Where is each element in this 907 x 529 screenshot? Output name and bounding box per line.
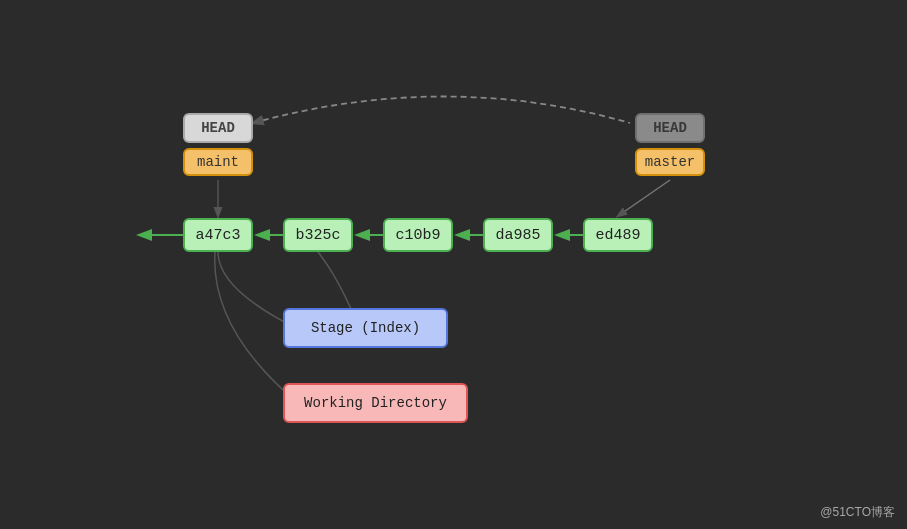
commit-da985: da985 (483, 218, 553, 252)
diagram-container: a47c3 b325c c10b9 da985 ed489 HEAD maint… (0, 0, 907, 529)
commit-ed489: ed489 (583, 218, 653, 252)
commit-a47c3: a47c3 (183, 218, 253, 252)
head-master: HEAD (635, 113, 705, 143)
svg-line-8 (618, 180, 670, 216)
diagram-arrows (0, 0, 907, 529)
stage-index: Stage (Index) (283, 308, 448, 348)
watermark: @51CTO博客 (820, 504, 895, 521)
head-maint: HEAD (183, 113, 253, 143)
commit-b325c: b325c (283, 218, 353, 252)
working-directory: Working Directory (283, 383, 468, 423)
maint-label: maint (183, 148, 253, 176)
master-label: master (635, 148, 705, 176)
commit-c10b9: c10b9 (383, 218, 453, 252)
